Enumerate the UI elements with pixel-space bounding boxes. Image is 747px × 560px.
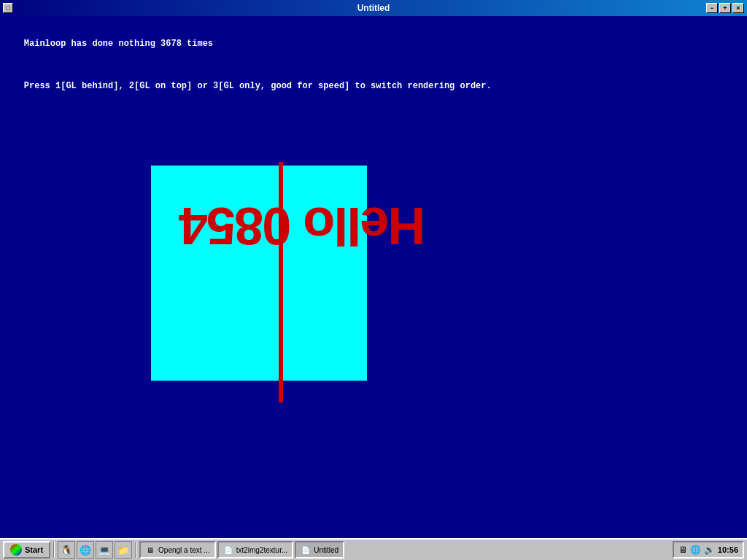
tray-icon-volume[interactable]: 🔊 [704,545,715,555]
app-icon-untitled: 📄 [301,545,311,555]
status-line-2: Press 1[GL behind], 2[GL on top] or 3[GL… [24,81,492,91]
quick-launch-icon-2[interactable]: 🌐 [77,541,94,559]
taskbar-app-txt2img[interactable]: 📄 txt2img2textur... [217,541,294,559]
gl-text-overlay: Hello 0854 [215,162,390,289]
systray: 🖥 🌐 🔊 10:56 [673,541,744,559]
app-icon-txt2img: 📄 [223,545,233,555]
start-button[interactable]: Start [3,541,50,559]
tray-icon-network[interactable]: 🌐 [690,545,701,555]
status-line-1: Mainloop has done nothing 3678 times [24,39,213,49]
status-text: Mainloop has done nothing 3678 times Pre… [3,23,492,107]
window-icon[interactable]: □ [3,3,13,13]
app-label-txt2img: txt2img2textur... [236,546,288,554]
maximize-button[interactable]: + [719,3,731,13]
main-content: Mainloop has done nothing 3678 times Pre… [0,16,747,538]
taskbar-divider-2 [135,542,136,558]
minimize-button[interactable]: − [706,3,718,13]
window-controls: − + × [706,3,744,13]
tray-icon-display[interactable]: 🖥 [678,545,687,555]
taskbar: Start 🐧 🌐 💻 📁 🖥 Opengl a text ... 📄 txt2… [0,538,747,560]
system-clock: 10:56 [718,545,738,554]
title-bar: □ Untitled − + × [0,0,747,16]
app-label-untitled: Untitled [314,546,338,554]
taskbar-app-opengl[interactable]: 🖥 Opengl a text ... [139,541,216,559]
start-icon [10,544,22,556]
start-label: Start [25,545,43,554]
taskbar-divider-1 [53,542,55,558]
title-bar-left: □ [3,3,13,13]
quick-launch: 🐧 🌐 💻 📁 [58,541,132,559]
gl-text: Hello 0854 [180,200,425,252]
app-icon-opengl: 🖥 [145,545,155,555]
close-button[interactable]: × [732,3,744,13]
app-label-opengl: Opengl a text ... [158,546,210,554]
quick-launch-icon-1[interactable]: 🐧 [58,541,75,559]
quick-launch-icon-4[interactable]: 📁 [115,541,132,559]
quick-launch-icon-3[interactable]: 💻 [96,541,113,559]
window-title: Untitled [357,3,390,13]
taskbar-app-untitled[interactable]: 📄 Untitled [295,541,344,559]
